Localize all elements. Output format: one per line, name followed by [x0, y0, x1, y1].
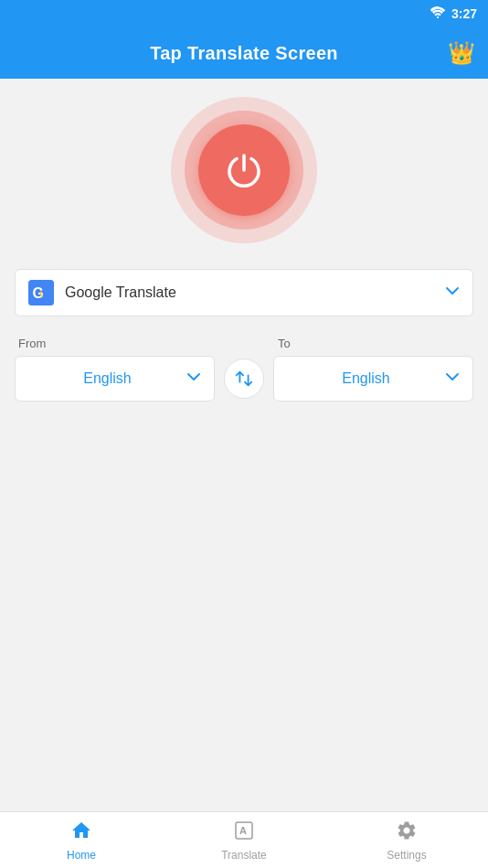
home-icon	[70, 820, 92, 847]
app-header: Tap Translate Screen 👑	[0, 27, 488, 79]
home-nav-label: Home	[67, 849, 96, 862]
bottom-nav: Home A Translate Settings	[0, 811, 488, 868]
to-language-arrow	[445, 370, 460, 388]
translator-selector[interactable]: G t Google Translate	[15, 269, 473, 316]
to-label: To	[278, 337, 470, 350]
status-bar: 3:27	[0, 0, 488, 27]
translate-icon: A	[233, 820, 255, 847]
wifi-icon	[430, 5, 446, 22]
crown-icon[interactable]: 👑	[448, 40, 475, 66]
from-language-dropdown[interactable]: English	[15, 356, 215, 402]
from-language-arrow	[186, 370, 201, 388]
power-button[interactable]	[198, 124, 290, 216]
nav-item-home[interactable]: Home	[0, 812, 163, 868]
settings-nav-label: Settings	[387, 849, 426, 862]
swap-languages-button[interactable]	[224, 359, 264, 399]
nav-item-translate[interactable]: A Translate	[163, 812, 325, 868]
to-language-value: English	[287, 370, 445, 387]
language-section: From To English E	[15, 337, 473, 402]
language-controls: English English	[15, 356, 473, 402]
translate-nav-label: Translate	[221, 849, 267, 862]
google-translate-icon: G t	[28, 280, 54, 305]
settings-icon	[396, 820, 418, 847]
main-content: G t Google Translate From To English	[0, 79, 488, 811]
translator-name: Google Translate	[65, 284, 445, 301]
power-button-container	[171, 97, 317, 243]
language-labels: From To	[15, 337, 473, 350]
svg-point-0	[437, 16, 439, 18]
header-title: Tap Translate Screen	[150, 43, 338, 64]
svg-text:A: A	[239, 825, 247, 836]
from-language-value: English	[28, 370, 186, 387]
status-time: 3:27	[451, 6, 477, 21]
to-language-dropdown[interactable]: English	[273, 356, 473, 402]
nav-item-settings[interactable]: Settings	[325, 812, 488, 868]
translator-dropdown-arrow	[445, 284, 460, 302]
from-label: From	[18, 337, 278, 350]
